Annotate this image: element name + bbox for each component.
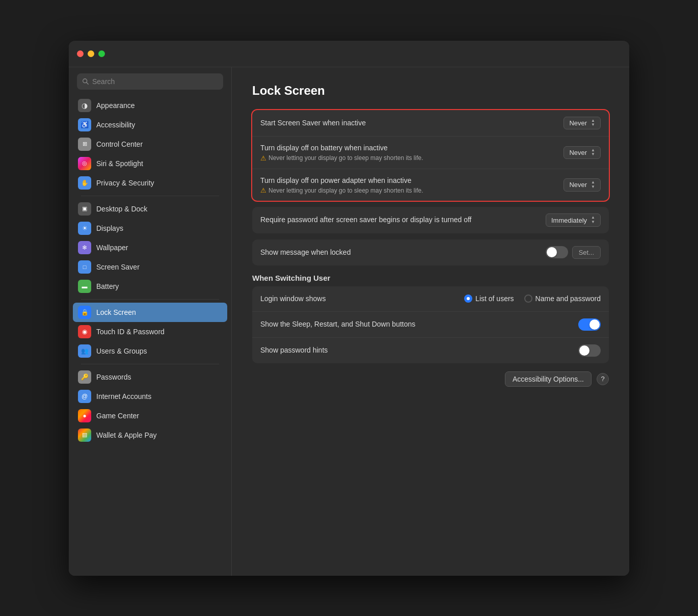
touchid-icon: ◉ xyxy=(78,325,91,338)
when-switching-card: Login window shows List of users Name an… xyxy=(252,286,609,363)
sleep-restart-label: Show the Sleep, Restart, and Shut Down b… xyxy=(260,319,572,330)
sidebar-item-accessibility-label: Accessibility xyxy=(96,121,135,129)
sidebar-item-passwords-label: Passwords xyxy=(96,373,131,381)
gamecenter-icon: ● xyxy=(78,409,91,422)
screen-saver-stepper[interactable]: Never ▲ ▼ xyxy=(563,117,601,130)
traffic-lights xyxy=(77,50,105,57)
titlebar xyxy=(69,41,629,67)
sidebar-item-users[interactable]: 👥 Users & Groups xyxy=(73,341,227,361)
sidebar-item-battery-label: Battery xyxy=(96,282,119,290)
sidebar-item-battery[interactable]: ▬ Battery xyxy=(73,277,227,296)
sidebar-item-users-label: Users & Groups xyxy=(96,347,147,355)
passwords-icon: 🔑 xyxy=(78,370,91,384)
wallet-icon: ▤ xyxy=(78,428,91,442)
display-power-label: Turn display off on power adapter when i… xyxy=(260,176,557,186)
password-hints-label: Show password hints xyxy=(260,345,572,356)
set-message-button[interactable]: Set... xyxy=(572,246,601,259)
login-window-radio-group: List of users Name and password xyxy=(464,294,601,303)
sidebar-item-wallet[interactable]: ▤ Wallet & Apple Pay xyxy=(73,425,227,445)
screen-saver-value: Never xyxy=(569,119,587,127)
sidebar-item-accessibility[interactable]: ♿ Accessibility xyxy=(73,115,227,135)
close-button[interactable] xyxy=(77,50,84,57)
svg-line-1 xyxy=(87,82,89,84)
maximize-button[interactable] xyxy=(98,50,105,57)
search-box[interactable]: Search xyxy=(77,73,223,90)
sidebar-item-internet[interactable]: @ Internet Accounts xyxy=(73,387,227,406)
screen-saver-label: Start Screen Saver when inactive xyxy=(260,118,557,128)
sidebar-item-privacy[interactable]: ✋ Privacy & Security xyxy=(73,173,227,193)
sidebar-item-screensaver[interactable]: □ Screen Saver xyxy=(73,257,227,277)
login-window-label: Login window shows xyxy=(260,294,458,304)
show-message-toggle[interactable] xyxy=(546,246,568,258)
siri-icon: ◎ xyxy=(78,157,91,170)
sleep-restart-row: Show the Sleep, Restart, and Shut Down b… xyxy=(252,312,609,338)
sidebar-item-displays[interactable]: ☀ Displays xyxy=(73,219,227,238)
sidebar-item-control-center[interactable]: ⊞ Control Center xyxy=(73,135,227,154)
screen-saver-row: Start Screen Saver when inactive Never ▲… xyxy=(252,110,609,137)
sidebar-item-desktop[interactable]: ▣ Desktop & Dock xyxy=(73,199,227,219)
sidebar-item-touchid[interactable]: ◉ Touch ID & Password xyxy=(73,322,227,341)
radio-list-users-label: List of users xyxy=(475,294,514,303)
warning-icon-battery: ⚠ xyxy=(260,154,266,162)
show-message-row: Show message when locked Set... xyxy=(252,239,609,265)
display-power-stepper[interactable]: Never ▲ ▼ xyxy=(563,178,601,192)
radio-list-users[interactable]: List of users xyxy=(464,294,514,303)
screensaver-icon: □ xyxy=(78,260,91,274)
show-message-card: Show message when locked Set... xyxy=(252,239,609,265)
sidebar-item-siri-label: Siri & Spotlight xyxy=(96,159,143,168)
sidebar-item-lockscreen-label: Lock Screen xyxy=(96,308,136,316)
lockscreen-icon: 🔒 xyxy=(78,306,91,319)
display-power-row: Turn display off on power adapter when i… xyxy=(252,169,609,201)
sidebar-item-lockscreen[interactable]: 🔒 Lock Screen xyxy=(73,303,227,322)
sleep-restart-toggle[interactable] xyxy=(578,318,601,331)
require-password-stepper[interactable]: Immediately ▲ ▼ xyxy=(546,213,601,227)
radio-name-password-circle xyxy=(524,294,532,303)
sidebar-items-list: ◑ Appearance ♿ Accessibility ⊞ Contro xyxy=(69,96,231,445)
accessibility-options-button[interactable]: Accessibility Options... xyxy=(505,371,592,387)
help-button[interactable]: ? xyxy=(597,373,609,385)
login-window-row: Login window shows List of users Name an… xyxy=(252,286,609,312)
main-window: Search ◑ Appearance ♿ Accessibility xyxy=(69,41,629,576)
search-input-placeholder: Search xyxy=(92,77,115,86)
sidebar-item-wallpaper-label: Wallpaper xyxy=(96,244,128,252)
require-password-label: Require password after screen saver begi… xyxy=(260,215,540,225)
display-battery-label: Turn display off on battery when inactiv… xyxy=(260,143,557,153)
main-panel: Lock Screen Start Screen Saver when inac… xyxy=(232,67,629,576)
display-power-value: Never xyxy=(569,181,587,189)
privacy-icon: ✋ xyxy=(78,176,91,190)
sidebar-item-screensaver-label: Screen Saver xyxy=(96,263,140,271)
users-icon: 👥 xyxy=(78,344,91,358)
warning-icon-power: ⚠ xyxy=(260,186,266,194)
minimize-button[interactable] xyxy=(88,50,94,57)
sidebar-item-wallpaper[interactable]: ❄ Wallpaper xyxy=(73,238,227,257)
sidebar-separator-1 xyxy=(81,196,219,196)
sidebar-item-gamecenter-label: Game Center xyxy=(96,412,139,420)
require-password-value: Immediately xyxy=(551,217,587,224)
password-hints-row: Show password hints xyxy=(252,338,609,363)
sidebar-item-appearance[interactable]: ◑ Appearance xyxy=(73,96,227,115)
sidebar-item-gamecenter[interactable]: ● Game Center xyxy=(73,406,227,425)
password-hints-toggle[interactable] xyxy=(578,344,601,357)
sidebar-item-touchid-label: Touch ID & Password xyxy=(96,328,165,336)
control-center-icon: ⊞ xyxy=(78,138,91,151)
page-title: Lock Screen xyxy=(252,84,609,98)
display-battery-row: Turn display off on battery when inactiv… xyxy=(252,137,609,169)
sidebar-item-passwords[interactable]: 🔑 Passwords xyxy=(73,367,227,387)
show-message-label: Show message when locked xyxy=(260,248,540,258)
when-switching-header: When Switching User xyxy=(252,274,609,282)
sidebar-item-appearance-label: Appearance xyxy=(96,101,135,110)
display-power-sublabel: ⚠ Never letting your display go to sleep… xyxy=(260,186,557,194)
sidebar-item-siri[interactable]: ◎ Siri & Spotlight xyxy=(73,154,227,173)
sidebar-separator-2 xyxy=(81,299,219,300)
highlighted-settings-card: Start Screen Saver when inactive Never ▲… xyxy=(252,110,609,201)
sidebar: Search ◑ Appearance ♿ Accessibility xyxy=(69,67,232,576)
content-area: Search ◑ Appearance ♿ Accessibility xyxy=(69,67,629,576)
radio-name-password[interactable]: Name and password xyxy=(524,294,601,303)
display-battery-stepper[interactable]: Never ▲ ▼ xyxy=(563,146,601,159)
sidebar-separator-3 xyxy=(81,364,219,364)
appearance-icon: ◑ xyxy=(78,99,91,112)
search-icon xyxy=(82,78,89,85)
sidebar-item-displays-label: Displays xyxy=(96,224,123,232)
sidebar-item-privacy-label: Privacy & Security xyxy=(96,179,154,187)
sidebar-item-internet-label: Internet Accounts xyxy=(96,392,151,400)
